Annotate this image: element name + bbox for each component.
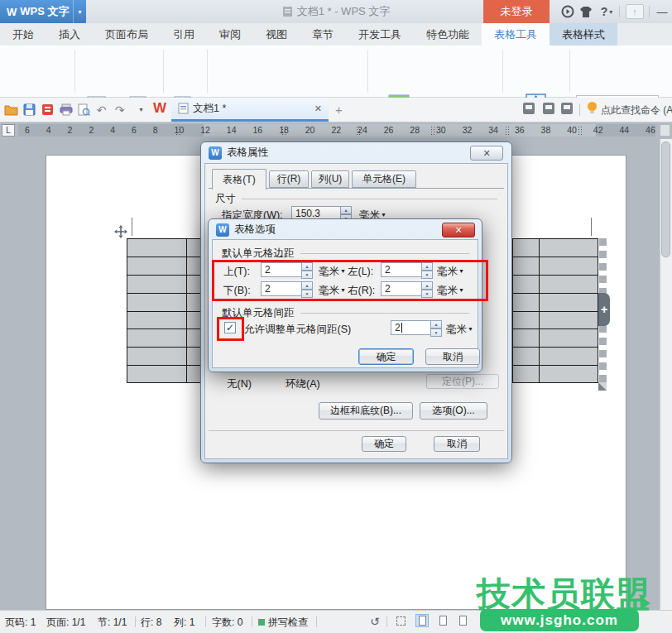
minimize-button[interactable]: —	[654, 0, 670, 23]
divider	[163, 50, 164, 93]
status-word-count[interactable]: 字数: 0	[212, 616, 242, 630]
annotation-margins-highlight	[212, 260, 488, 301]
view-normal-icon[interactable]	[415, 614, 429, 627]
spin-up-icon[interactable]: ▲	[340, 206, 352, 214]
ribbon-tab-bar: 开始 插入 页面布局 引用 审阅 视图 章节 开发工具 特色功能 表格工具 表格…	[0, 23, 672, 46]
dialog-title: 表格选项	[234, 223, 276, 237]
history-icon[interactable]	[523, 103, 535, 114]
print-icon[interactable]	[59, 103, 73, 117]
history-icon[interactable]: ↺	[370, 615, 380, 628]
table-column-border[interactable]	[539, 239, 540, 382]
table-column-border[interactable]	[186, 239, 187, 382]
print-preview-icon[interactable]	[77, 103, 91, 117]
tab-section[interactable]: 章节	[300, 23, 346, 46]
close-tab-icon[interactable]: ✕	[314, 103, 322, 114]
ok-button[interactable]: 确定	[358, 348, 414, 365]
upload-icon: ↑	[624, 0, 646, 23]
view-web-icon[interactable]	[456, 614, 469, 627]
switch-view-icon[interactable]	[561, 103, 573, 114]
options-button[interactable]: 选项(O)...	[420, 402, 487, 420]
dialog-tab-row[interactable]: 行(R)	[269, 170, 309, 188]
tab-review[interactable]: 审阅	[207, 23, 253, 46]
status-page-number: 页码: 1	[5, 616, 36, 630]
find-command-box[interactable]: 点此查找命令 (A	[601, 103, 672, 117]
ok-button[interactable]: 确定	[362, 436, 406, 452]
document-icon	[178, 103, 189, 114]
ruler-column-marker[interactable]	[505, 126, 510, 135]
spacing-value[interactable]: 2	[391, 320, 430, 335]
new-tab-button[interactable]: +	[335, 103, 343, 117]
ruler-column-marker[interactable]	[430, 126, 435, 135]
cancel-button[interactable]: 取消	[425, 348, 480, 365]
ruler-column-marker[interactable]	[356, 126, 361, 135]
divider	[649, 6, 650, 17]
size-group-header: 尺寸	[215, 192, 497, 206]
close-button[interactable]: ✕	[442, 223, 475, 237]
redo-icon[interactable]: ↷	[113, 103, 127, 117]
wps-menu-button[interactable]: W WPS 文字 ▾	[0, 0, 86, 23]
table-left-section[interactable]	[127, 238, 201, 383]
spacing-unit[interactable]: 毫米▼	[446, 323, 473, 337]
tab-view[interactable]: 视图	[253, 23, 300, 46]
dialog-tab-cell[interactable]: 单元格(E)	[352, 170, 416, 188]
divider	[502, 50, 503, 93]
table-right-section[interactable]	[512, 238, 598, 383]
divider	[207, 50, 208, 93]
spacing-spinner[interactable]: 2 ▲▼	[391, 320, 442, 335]
view-outline-icon[interactable]	[436, 614, 449, 627]
add-column-handle[interactable]: +	[598, 293, 610, 326]
open-file-icon[interactable]	[4, 103, 18, 117]
tab-home[interactable]: 开始	[0, 23, 46, 46]
tab-table-tools[interactable]: 表格工具	[482, 23, 550, 46]
select-mode-icon[interactable]	[394, 614, 407, 627]
dialog-tab-column[interactable]: 列(U)	[311, 170, 349, 188]
divider	[209, 430, 504, 431]
tab-table-style[interactable]: 表格样式	[550, 23, 617, 46]
wrap-none-label[interactable]: 无(N)	[227, 377, 252, 391]
save-icon[interactable]	[22, 103, 36, 117]
status-section: 节: 1/1	[98, 616, 127, 630]
close-button[interactable]: ✕	[470, 146, 503, 161]
app-name: WPS 文字	[20, 4, 69, 19]
table-resize-handle[interactable]	[598, 381, 607, 394]
divider	[316, 616, 317, 627]
tab-stop-selector[interactable]: L	[2, 124, 15, 137]
borders-shading-button[interactable]: 边框和底纹(B)...	[319, 402, 413, 420]
table-move-handle[interactable]	[113, 224, 128, 242]
pen-mode-icon[interactable]	[543, 103, 554, 114]
scrollbar-thumb[interactable]	[661, 141, 670, 257]
ruler-column-marker[interactable]	[281, 126, 286, 135]
undo-icon[interactable]: ↶	[94, 103, 108, 117]
tshirt-icon[interactable]	[578, 0, 594, 23]
dialog-tab-table[interactable]: 表格(T)	[212, 169, 266, 189]
tab-special-features[interactable]: 特色功能	[414, 23, 482, 46]
play-circle-icon[interactable]	[559, 0, 576, 23]
status-pages: 页面: 1/1	[46, 616, 85, 630]
wps-writer-logo: W	[153, 100, 166, 117]
dialog-title-bar[interactable]: W 表格属性	[201, 142, 511, 163]
tab-developer[interactable]: 开发工具	[346, 23, 414, 46]
spellcheck-status[interactable]: 拼写检查	[258, 616, 308, 630]
ruler-column-marker[interactable]	[175, 126, 180, 135]
wrap-around-label[interactable]: 环绕(A)	[286, 377, 320, 391]
tab-insert[interactable]: 插入	[46, 23, 93, 46]
document-tab[interactable]: 文档1 * ✕	[171, 98, 329, 122]
cancel-button[interactable]: 取消	[434, 436, 480, 452]
ruler-column-marker[interactable]	[578, 126, 583, 135]
login-button[interactable]: 未登录	[483, 0, 550, 23]
dialog-content: 默认单元格边距 上(T): 2 ▲▼ 毫米▼ 左(L): 2 ▲▼ 毫米▼ 下(…	[212, 239, 478, 368]
dialog-title: 表格属性	[227, 146, 268, 160]
tab-references[interactable]: 引用	[161, 23, 207, 46]
chevron-down-icon[interactable]: ▾	[73, 0, 86, 23]
dialog-title-bar[interactable]: W 表格选项	[209, 219, 482, 240]
tab-page-layout[interactable]: 页面布局	[93, 23, 161, 46]
ribbon: 表格属性 显示虚框 绘制表格 橡皮擦 删除▾ 在上方插入行 在下方插入行 在左侧…	[0, 46, 672, 98]
allow-spacing-label[interactable]: 允许调整单元格间距(S)	[244, 323, 351, 337]
spinner-arrows[interactable]: ▲▼	[430, 320, 442, 335]
help-button[interactable]: ?▾	[596, 0, 617, 23]
toolbar-more-icon[interactable]: ▾	[134, 103, 148, 117]
ruler-toggle-icon[interactable]	[660, 124, 670, 137]
export-pdf-icon[interactable]	[41, 103, 55, 117]
wps-logo-icon: W	[209, 146, 222, 160]
wps-logo-icon: W	[7, 6, 17, 18]
